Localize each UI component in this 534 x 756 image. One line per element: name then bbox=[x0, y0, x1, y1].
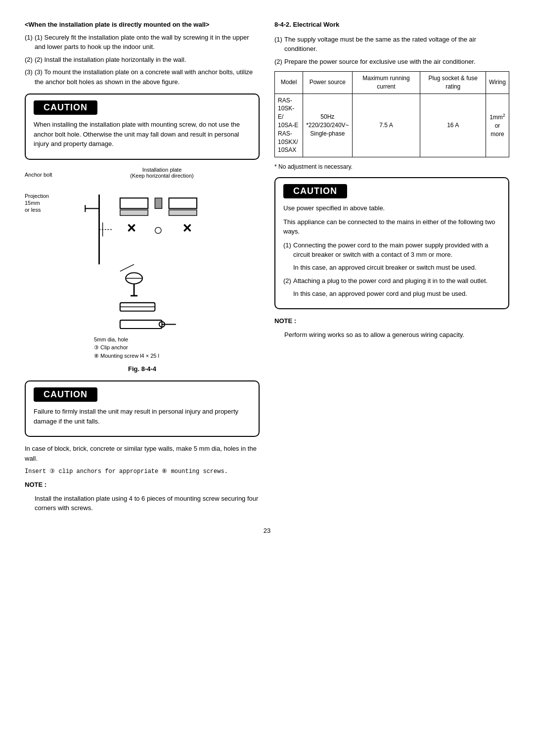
svg-rect-7 bbox=[155, 198, 162, 208]
right-column: 8-4-2. Electrical Work The supply voltag… bbox=[274, 20, 509, 517]
installation-plate-label: Installation plate bbox=[142, 167, 182, 173]
page-number: 23 bbox=[25, 527, 509, 534]
svg-text:×: × bbox=[127, 219, 136, 236]
cell-current: 7.5 A bbox=[352, 94, 420, 157]
caution-text-1: When installing the installation plate w… bbox=[34, 120, 251, 149]
svg-line-13 bbox=[120, 264, 134, 271]
cell-model: RAS-10SK-E/10SA-ERAS-10SKX/10SAX bbox=[275, 94, 303, 157]
left-column: <When the installation plate is directly… bbox=[25, 20, 260, 517]
caution-box-3: CAUTION Use power specified in above tab… bbox=[274, 177, 509, 309]
cell-wiring: 1mm2ormore bbox=[486, 94, 509, 157]
svg-text:×: × bbox=[183, 219, 192, 236]
caution-step1-main: Connecting the power cord to the main po… bbox=[283, 240, 500, 260]
wall-heading: <When the installation plate is directly… bbox=[25, 20, 260, 30]
step-2: (2) Install the installation plate horiz… bbox=[25, 55, 260, 65]
caution-box-2: CAUTION Failure to firmly install the un… bbox=[25, 380, 260, 437]
svg-rect-8 bbox=[169, 198, 197, 208]
step-3: (3) To mount the installation plate on a… bbox=[25, 67, 260, 87]
col-wiring: Wiring bbox=[486, 72, 509, 94]
caution-text-2: Failure to firmly install the unit may r… bbox=[34, 407, 251, 426]
hole-label: 5mm dia, hole bbox=[94, 336, 260, 342]
caution-title-3: CAUTION bbox=[283, 184, 347, 198]
clip-anchor-label: ③ Clip anchor bbox=[94, 344, 260, 351]
svg-rect-5 bbox=[120, 198, 148, 208]
svg-rect-9 bbox=[169, 210, 197, 215]
section-title: 8-4-2. Electrical Work bbox=[274, 20, 509, 30]
svg-text:○: ○ bbox=[154, 221, 163, 238]
installation-diagram-svg: × ○ × bbox=[64, 181, 260, 334]
caution-title-2: CAUTION bbox=[34, 387, 97, 402]
keep-horiz-label: (Keep horizontal direction) bbox=[130, 173, 193, 179]
note-text-right: Perform wiring works so as to allow a ge… bbox=[284, 330, 509, 340]
projection-label: Projection 15mm or less bbox=[25, 192, 64, 214]
svg-rect-6 bbox=[120, 210, 148, 215]
col-power: Power source bbox=[303, 72, 352, 94]
anchor-bolt-label: Anchor bolt bbox=[25, 172, 64, 178]
electrical-table: Model Power source Maximum running curre… bbox=[274, 71, 509, 157]
col-plug: Plug socket & fuse rating bbox=[420, 72, 486, 94]
note-text-left: Install the installation plate using 4 t… bbox=[35, 494, 260, 513]
block-para: In case of block, brick, concrete or sim… bbox=[25, 444, 260, 463]
caution-step2-sub: In this case, an approved power cord and… bbox=[293, 289, 500, 299]
caution-step1-sub: In this case, an approved circuit breake… bbox=[293, 263, 500, 273]
note-label-left: NOTE : bbox=[25, 481, 46, 488]
cell-plug: 16 A bbox=[420, 94, 486, 157]
mounting-screw-label: ⑧ Mounting screw l4 × 25 l bbox=[94, 353, 260, 359]
table-note: * No adjustment is necessary. bbox=[274, 162, 509, 171]
cell-power: 50Hz*220/230/240V~Single-phase bbox=[303, 94, 352, 157]
caution-step2-main: Attaching a plug to the power cord and p… bbox=[283, 276, 500, 286]
fig-caption: Fig. 8-4-4 bbox=[25, 364, 260, 374]
right-step-1: The supply voltage must be the same as t… bbox=[274, 35, 509, 54]
caution-para1: Use power specified in above table. bbox=[283, 203, 500, 213]
col-model: Model bbox=[275, 72, 303, 94]
step-1: (1) Securely fit the installation plate … bbox=[25, 33, 260, 52]
section-842: 8-4-2. Electrical Work bbox=[274, 20, 509, 30]
col-current: Maximum running current bbox=[352, 72, 420, 94]
insert-para: Insert ③ clip anchors for appropriate ⑧ … bbox=[25, 467, 260, 476]
svg-rect-20 bbox=[120, 320, 162, 329]
caution-para2: This appliance can be connected to the m… bbox=[283, 217, 500, 236]
diagram-area: Anchor bolt Projection 15mm or less Inst… bbox=[25, 167, 260, 359]
caution-box-1: CAUTION When installing the installation… bbox=[25, 94, 260, 160]
caution-title-1: CAUTION bbox=[34, 100, 97, 115]
note-label-right: NOTE : bbox=[274, 317, 296, 325]
table-row: RAS-10SK-E/10SA-ERAS-10SKX/10SAX 50Hz*22… bbox=[275, 94, 509, 157]
right-step-2: Prepare the power source for exclusive u… bbox=[274, 57, 509, 67]
